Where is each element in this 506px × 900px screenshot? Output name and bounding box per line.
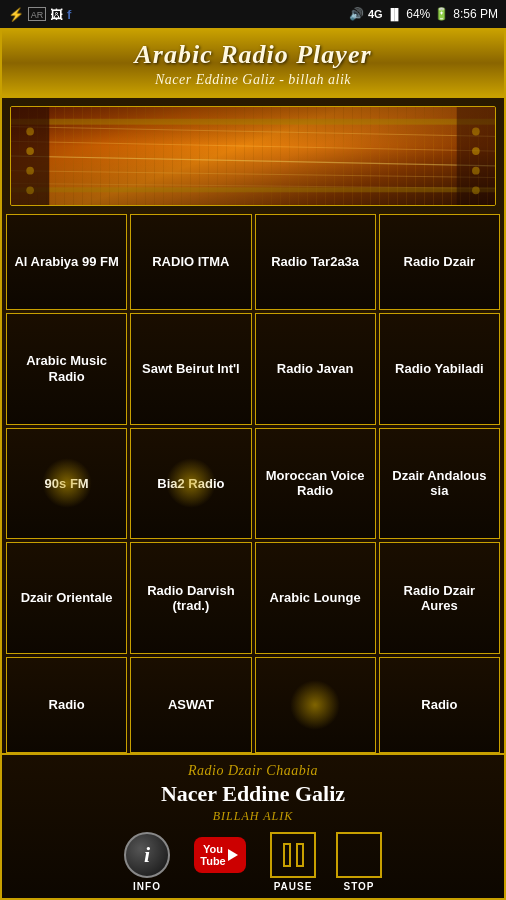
pause-label: PAUSE <box>274 881 313 892</box>
grid-cell-arabic-lounge[interactable]: Arabic Lounge <box>255 542 376 654</box>
info-icon-container: i <box>124 832 170 878</box>
grid-cell-dzair-orientale[interactable]: Dzair Orientale <box>6 542 127 654</box>
stop-icon-container <box>336 832 382 878</box>
cell-label-bia2-radio: Bia2 Radio <box>157 476 224 492</box>
app-title: Arabic Radio Player <box>8 40 498 70</box>
grid-cell-bia2-radio[interactable]: Bia2 Radio <box>130 428 251 540</box>
cell-label-radio-bottom4: Radio <box>421 697 457 713</box>
youtube-icon-text: YouTube <box>200 843 239 867</box>
time-display: 8:56 PM <box>453 7 498 21</box>
radio-grid: Al Arabiya 99 FM RADIO ITMA Radio Tar2a3… <box>6 214 500 753</box>
signal-bars: ▐▌ <box>387 8 403 20</box>
grid-cell-radio-dzair-aures[interactable]: Radio Dzair Aures <box>379 542 500 654</box>
grid-cell-al-arabiya[interactable]: Al Arabiya 99 FM <box>6 214 127 310</box>
youtube-icon-box: YouTube <box>194 837 246 873</box>
grid-cell-radio-darvish[interactable]: Radio Darvish (trad.) <box>130 542 251 654</box>
cell-label-radio-darvish: Radio Darvish (trad.) <box>135 583 246 614</box>
grid-cell-radio-dzair[interactable]: Radio Dzair <box>379 214 500 310</box>
grid-cell-arabic-music[interactable]: Arabic Music Radio <box>6 313 127 425</box>
grid-cell-radio-javan[interactable]: Radio Javan <box>255 313 376 425</box>
stop-icon-box <box>336 832 382 878</box>
image-icon: 🖼 <box>50 7 63 22</box>
grid-cell-radio-tar2a3a[interactable]: Radio Tar2a3a <box>255 214 376 310</box>
stop-button[interactable]: STOP <box>336 832 382 892</box>
cell-label-aswat: ASWAT <box>168 697 214 713</box>
cell-label-radio-itma: RADIO ITMA <box>152 254 229 270</box>
cell-label-al-arabiya: Al Arabiya 99 FM <box>14 254 118 270</box>
pause-icon-box <box>270 832 316 878</box>
info-label: INFO <box>133 881 161 892</box>
info-icon-circle: i <box>124 832 170 878</box>
cell-label-radio-bottom1: Radio <box>49 697 85 713</box>
now-playing-header: Nacer Eddine Galiz - billah alik <box>8 72 498 88</box>
cell-label-radio-dzair: Radio Dzair <box>404 254 476 270</box>
battery-level: 64% <box>406 7 430 21</box>
youtube-label: . <box>218 881 222 892</box>
cell-label-radio-yabiladi: Radio Yabiladi <box>395 361 484 377</box>
grid-cell-radio-bottom3[interactable] <box>255 657 376 753</box>
status-bar: ⚡ AR 🖼 f 🔊 4G ▐▌ 64% 🔋 8:56 PM <box>0 0 506 28</box>
grid-cell-aswat[interactable]: ASWAT <box>130 657 251 753</box>
facebook-icon: f <box>67 7 71 22</box>
cell-label-sawt-beirut: Sawt Beirut Int'l <box>142 361 240 377</box>
instrument-bg <box>11 107 495 205</box>
grid-cell-radio-bottom4[interactable]: Radio <box>379 657 500 753</box>
pause-button[interactable]: PAUSE <box>270 832 316 892</box>
cell-label-moroccan-voice: Moroccan Voice Radio <box>260 468 371 499</box>
cell-label-90s-fm: 90s FM <box>45 476 89 492</box>
battery-icon: 🔋 <box>434 7 449 21</box>
player-track-subtitle: BILLAH ALIK <box>12 809 494 824</box>
usb-icon: ⚡ <box>8 7 24 22</box>
main-container: Arabic Radio Player Nacer Eddine Galiz -… <box>0 28 506 900</box>
app-icon-1: AR <box>28 7 46 21</box>
player-station-name: Radio Dzair Chaabia <box>12 763 494 779</box>
cell-label-dzair-andalous: Dzair Andalous sia <box>384 468 495 499</box>
grid-cell-90s-fm[interactable]: 90s FM <box>6 428 127 540</box>
network-type: 4G <box>368 8 383 20</box>
cell-label-arabic-music: Arabic Music Radio <box>11 353 122 384</box>
instrument-overlay <box>11 107 495 205</box>
status-right-icons: 🔊 4G ▐▌ 64% 🔋 8:56 PM <box>349 7 498 21</box>
grid-cell-radio-bottom1[interactable]: Radio <box>6 657 127 753</box>
player-controls: i INFO YouTube . <box>12 832 494 892</box>
cell-label-radio-javan: Radio Javan <box>277 361 354 377</box>
cell-label-dzair-orientale: Dzair Orientale <box>21 590 113 606</box>
pause-bar-right <box>296 843 304 867</box>
info-icon-letter: i <box>144 842 150 868</box>
grid-cell-radio-yabiladi[interactable]: Radio Yabiladi <box>379 313 500 425</box>
info-button[interactable]: i INFO <box>124 832 170 892</box>
player-track-name: Nacer Eddine Galiz <box>12 781 494 807</box>
app-header: Arabic Radio Player Nacer Eddine Galiz -… <box>2 30 504 98</box>
youtube-button[interactable]: YouTube . <box>190 832 250 892</box>
grid-cell-dzair-andalous[interactable]: Dzair Andalous sia <box>379 428 500 540</box>
instrument-image <box>10 106 496 206</box>
sound-icon: 🔊 <box>349 7 364 21</box>
cell-label-radio-tar2a3a: Radio Tar2a3a <box>271 254 359 270</box>
status-left-icons: ⚡ AR 🖼 f <box>8 7 71 22</box>
grid-cell-radio-itma[interactable]: RADIO ITMA <box>130 214 251 310</box>
cell-label-arabic-lounge: Arabic Lounge <box>270 590 361 606</box>
cell-label-radio-dzair-aures: Radio Dzair Aures <box>384 583 495 614</box>
pause-bar-left <box>283 843 291 867</box>
youtube-icon-container: YouTube <box>190 832 250 878</box>
stop-label: STOP <box>343 881 374 892</box>
grid-cell-sawt-beirut[interactable]: Sawt Beirut Int'l <box>130 313 251 425</box>
grid-cell-moroccan-voice[interactable]: Moroccan Voice Radio <box>255 428 376 540</box>
player-area: Radio Dzair Chaabia Nacer Eddine Galiz B… <box>2 753 504 898</box>
pause-icon-container <box>270 832 316 878</box>
